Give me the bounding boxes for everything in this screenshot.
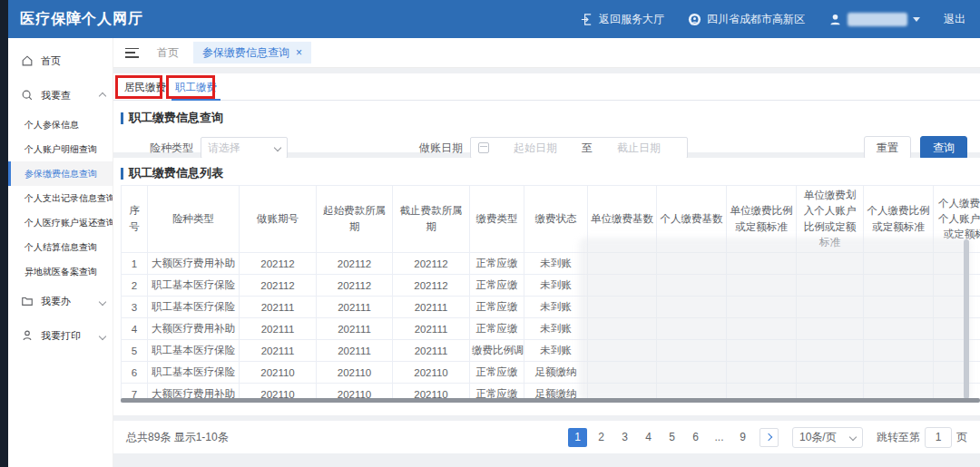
chevron-right-icon <box>764 433 771 441</box>
insurance-type-select[interactable]: 请选择 <box>201 137 288 159</box>
folder-icon <box>21 295 34 307</box>
app-title: 医疗保障个人网厅 <box>20 10 143 29</box>
table-row[interactable]: 2职工基本医疗保险202112202112202112正常应缴未到账 <box>122 275 980 297</box>
page-button-3[interactable]: 3 <box>615 428 634 447</box>
tab-payment-info-query[interactable]: 参保缴费信息查询 × <box>193 42 311 63</box>
user-menu[interactable] <box>828 13 920 26</box>
page-button-6[interactable]: 6 <box>686 428 705 447</box>
chevron-down-icon <box>100 296 105 306</box>
payment-type-tabs: 居民缴费 职工缴费 <box>113 73 980 101</box>
window-left-edge <box>0 0 8 467</box>
sidebar-item-home[interactable]: 首页 <box>8 44 113 78</box>
table-cell-empty <box>588 297 657 318</box>
tab-label: 参保缴费信息查询 <box>202 45 289 61</box>
table-cell-empty <box>797 297 864 318</box>
table-cell-empty <box>657 362 727 384</box>
table-cell-empty <box>657 253 727 275</box>
page-size-value: 10条/页 <box>799 430 850 445</box>
cell-end-period: 202111 <box>393 340 470 362</box>
menu-fold-icon[interactable] <box>125 48 139 58</box>
annotation-box-employee <box>166 75 215 99</box>
table-cell-empty <box>934 297 980 318</box>
cell-start-period: 202112 <box>317 275 393 297</box>
cell-end-period: 202112 <box>393 275 470 297</box>
table-cell-empty <box>864 362 934 384</box>
page-button-1[interactable]: 1 <box>568 428 587 447</box>
cell-seq: 6 <box>122 362 148 384</box>
page-button-2[interactable]: 2 <box>592 428 611 447</box>
table-cell-empty <box>864 297 934 318</box>
accounting-date-label: 做账日期 <box>419 141 463 156</box>
tab-home[interactable]: 首页 <box>157 45 179 61</box>
table-row[interactable]: 4大额医疗费用补助202111202111202111正常应缴未到账 <box>122 318 980 340</box>
table-row[interactable]: 3职工基本医疗保险202111202111202111正常应缴未到账 <box>122 297 980 318</box>
reset-button[interactable]: 重置 <box>864 136 911 160</box>
logout-button[interactable]: 退出 <box>944 12 965 27</box>
table-cell-empty <box>797 340 864 362</box>
sidebar-group-handle[interactable]: 我要办 <box>8 284 113 318</box>
list-panel: 职工缴费信息列表 序号 险种类型 做账期号 起始费款所属期 截止费款所属期 缴费 <box>113 158 980 415</box>
cell-payment-type: 正常应缴 <box>470 253 524 275</box>
list-section-title: 职工缴费信息列表 <box>121 165 980 181</box>
close-icon[interactable]: × <box>296 47 302 58</box>
sidebar-item-payment-info-query[interactable]: 参保缴费信息查询 <box>8 161 113 186</box>
table-row[interactable]: 5职工基本医疗保险202111202111202111缴费比例调...未到账 <box>122 340 980 362</box>
table-cell-empty <box>588 362 657 384</box>
table-cell-empty <box>934 362 980 384</box>
col-employer-to-personal-rate: 单位缴费划入个人账户比例或定额标准 <box>797 186 864 253</box>
table-footer: 总共89条 显示1-10条 1 2 3 4 5 6 ... 9 10条/页 跳转… <box>113 421 980 453</box>
table-cell-empty <box>657 340 727 362</box>
table-row[interactable]: 6职工基本医疗保险202110202110202110正常应缴足额缴纳 <box>122 362 980 384</box>
cell-payment-status: 未到账 <box>524 253 588 275</box>
table-header-row: 序号 险种类型 做账期号 起始费款所属期 截止费款所属期 缴费类型 缴费状态 单… <box>122 186 980 253</box>
region-selector[interactable]: 四川省成都市高新区 <box>688 12 805 27</box>
cell-payment-type: 缴费比例调... <box>470 340 524 362</box>
cell-insurance-type: 职工基本医疗保险 <box>148 340 240 362</box>
sidebar-item-expense-record-query[interactable]: 个人支出记录信息查询 <box>8 186 113 210</box>
cell-insurance-type: 大额医疗费用补助 <box>148 253 240 275</box>
main-content: 首页 参保缴费信息查询 × 居民缴费 职工缴费 职工缴费信息查询 险种类型 请选… <box>113 38 980 467</box>
table-row[interactable]: 1大额医疗费用补助202112202112202112正常应缴未到账 <box>122 253 980 275</box>
page-size-select[interactable]: 10条/页 <box>792 427 863 448</box>
cell-start-period: 202111 <box>317 297 393 318</box>
page-button-4[interactable]: 4 <box>639 428 658 447</box>
date-range-to-label: 至 <box>582 141 593 156</box>
col-seq: 序号 <box>122 186 148 253</box>
region-icon <box>688 13 701 26</box>
sidebar-group-query[interactable]: 我要查 <box>8 78 113 112</box>
next-page-button[interactable] <box>760 428 779 447</box>
sidebar-item-settlement-info-query[interactable]: 个人结算信息查询 <box>8 235 113 259</box>
sidebar: 首页 我要查 个人参保信息 个人账户明细查询 参保缴费信息查询 个人支出记录信息… <box>8 38 113 467</box>
cell-accounting-period: 202111 <box>240 297 317 318</box>
table-cell-empty <box>864 340 934 362</box>
search-icon <box>21 89 34 102</box>
table-cell-empty <box>657 275 727 297</box>
table-cell-empty <box>588 253 657 275</box>
sidebar-group-print[interactable]: 我要打印 <box>8 318 113 353</box>
section-title-bar <box>121 112 123 124</box>
cell-payment-type: 正常应缴 <box>470 362 524 384</box>
table-cell-empty <box>727 318 797 340</box>
return-hall-button[interactable]: 返回服务大厅 <box>580 12 664 27</box>
page-ellipsis[interactable]: ... <box>710 428 729 447</box>
cell-end-period: 202111 <box>393 297 470 318</box>
jump-page-input[interactable] <box>925 427 952 448</box>
horizontal-scrollbar[interactable] <box>121 398 980 403</box>
jump-suffix-label: 页 <box>956 430 967 445</box>
page-button-9[interactable]: 9 <box>733 428 752 447</box>
sidebar-item-personal-insured-info[interactable]: 个人参保信息 <box>8 112 113 137</box>
vertical-scrollbar[interactable] <box>964 239 969 399</box>
sidebar-item-remote-medical-filing-query[interactable]: 异地就医备案查询 <box>8 259 113 284</box>
sidebar-item-account-detail-query[interactable]: 个人账户明细查询 <box>8 137 113 161</box>
search-button[interactable]: 查询 <box>920 136 967 160</box>
cell-payment-status: 足额缴纳 <box>524 362 588 384</box>
sidebar-group-label: 我要查 <box>41 89 71 102</box>
sidebar-item-medical-account-return-query[interactable]: 个人医疗账户返还查询 <box>8 210 113 235</box>
date-range-picker[interactable]: 起始日期 至 截止日期 <box>470 137 688 159</box>
table-cell-empty <box>864 253 934 275</box>
cell-payment-status: 未到账 <box>524 297 588 318</box>
sidebar-item-label: 首页 <box>41 54 61 68</box>
col-personal-to-account-rate: 个人缴费划入个人账户比例或定额标准 <box>934 186 980 253</box>
cell-accounting-period: 202112 <box>240 253 317 275</box>
page-button-5[interactable]: 5 <box>662 428 681 447</box>
